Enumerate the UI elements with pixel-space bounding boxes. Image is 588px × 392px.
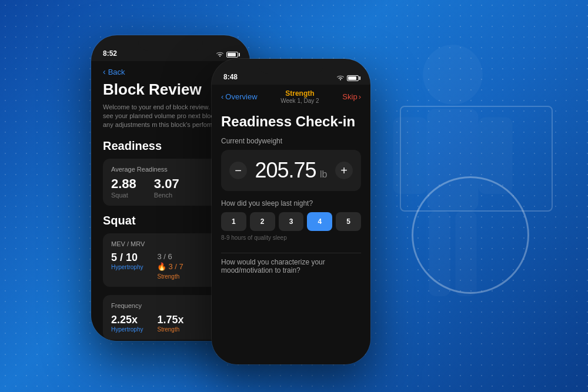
skip-label: Skip bbox=[342, 92, 357, 101]
strength-mev: 3 / 6 🔥 3 / 7 Strength bbox=[157, 252, 183, 280]
bench-readiness-label: Bench bbox=[154, 192, 172, 199]
time-right: 8:48 bbox=[223, 73, 238, 81]
strength-mev-top: 3 / 6 bbox=[157, 252, 183, 261]
squat-readiness: 2.88 Squat bbox=[111, 177, 136, 199]
flame-icon: 🔥 bbox=[157, 262, 166, 271]
hypertrophy-mev-value: 5 / 10 bbox=[111, 252, 143, 263]
bodyweight-value: 205.75 bbox=[255, 158, 316, 182]
wifi-icon-right bbox=[336, 75, 345, 81]
mood-question-label: How would you characterize your mood/mot… bbox=[212, 258, 370, 277]
bodyweight-unit: lb bbox=[320, 169, 327, 179]
time-left: 8:52 bbox=[103, 49, 117, 58]
freq-hypertrophy: 2.25x Hypertrophy bbox=[111, 314, 143, 333]
sleep-btn-1[interactable]: 1 bbox=[221, 212, 246, 231]
nav-subtitle: Week 1, Day 2 bbox=[280, 98, 319, 104]
back-chevron-icon: ‹ bbox=[103, 67, 106, 76]
sleep-description: 8-9 hours of quality sleep bbox=[212, 234, 370, 248]
freq-strength-value: 1.75x bbox=[157, 314, 183, 326]
phone-right: 8:48 ‹ Overview bbox=[212, 59, 370, 364]
bodyweight-minus-button[interactable]: − bbox=[229, 162, 247, 179]
phone-right-notch bbox=[259, 59, 323, 74]
freq-hypertrophy-label: Hypertrophy bbox=[111, 326, 143, 333]
status-icons-right bbox=[336, 75, 359, 81]
sleep-btn-5[interactable]: 5 bbox=[336, 212, 361, 231]
squat-readiness-label: Squat bbox=[111, 192, 128, 199]
freq-strength-label: Strength bbox=[157, 326, 183, 333]
bodyweight-card: − 205.75 lb + bbox=[221, 150, 361, 191]
nav-back-chevron-icon: ‹ bbox=[221, 92, 223, 101]
battery-icon-right bbox=[347, 75, 359, 81]
bodyweight-display: 205.75 lb bbox=[255, 158, 327, 183]
bodyweight-plus-button[interactable]: + bbox=[335, 162, 353, 179]
phones-container: 8:52 ‹ Back Block Review Wel bbox=[0, 0, 588, 392]
strength-mev-label: Strength bbox=[157, 273, 183, 280]
nav-bar: ‹ Overview Strength Week 1, Day 2 Skip › bbox=[212, 89, 370, 109]
nav-back-button[interactable]: ‹ Overview bbox=[221, 92, 258, 101]
hypertrophy-mev: 5 / 10 Hypertrophy bbox=[111, 252, 143, 270]
freq-hypertrophy-value: 2.25x bbox=[111, 314, 143, 326]
divider bbox=[221, 253, 361, 253]
sleep-btn-2[interactable]: 2 bbox=[250, 212, 275, 231]
status-icons-left bbox=[216, 52, 238, 58]
bench-readiness: 3.07 Bench bbox=[154, 177, 179, 199]
checkin-title: Readiness Check-in bbox=[212, 109, 370, 137]
hypertrophy-mev-label: Hypertrophy bbox=[111, 264, 143, 270]
phone-left-notch bbox=[138, 35, 203, 51]
nav-center: Strength Week 1, Day 2 bbox=[280, 89, 319, 104]
sleep-btn-3[interactable]: 3 bbox=[279, 212, 304, 231]
sleep-question-label: How did you sleep last night? bbox=[212, 199, 370, 212]
nav-title: Strength bbox=[280, 89, 319, 98]
wifi-icon-left bbox=[216, 52, 224, 58]
back-label: Back bbox=[108, 68, 125, 76]
readiness-checkin-content: ‹ Overview Strength Week 1, Day 2 Skip ›… bbox=[212, 85, 370, 277]
screen-right: ‹ Overview Strength Week 1, Day 2 Skip ›… bbox=[212, 85, 370, 364]
freq-strength: 1.75x Strength bbox=[157, 314, 183, 333]
sleep-btn-4-active[interactable]: 4 bbox=[307, 212, 332, 231]
squat-readiness-value: 2.88 bbox=[111, 177, 136, 190]
battery-icon-left bbox=[226, 52, 238, 58]
sleep-buttons-row: 1 2 3 4 5 bbox=[212, 212, 370, 234]
nav-overview-label: Overview bbox=[225, 92, 257, 101]
skip-chevron-icon: › bbox=[359, 92, 361, 101]
nav-skip-button[interactable]: Skip › bbox=[342, 92, 361, 101]
bodyweight-label: Current bodyweight bbox=[212, 137, 370, 150]
strength-mev-bottom: 🔥 3 / 7 bbox=[157, 262, 183, 271]
bench-readiness-value: 3.07 bbox=[154, 177, 179, 190]
